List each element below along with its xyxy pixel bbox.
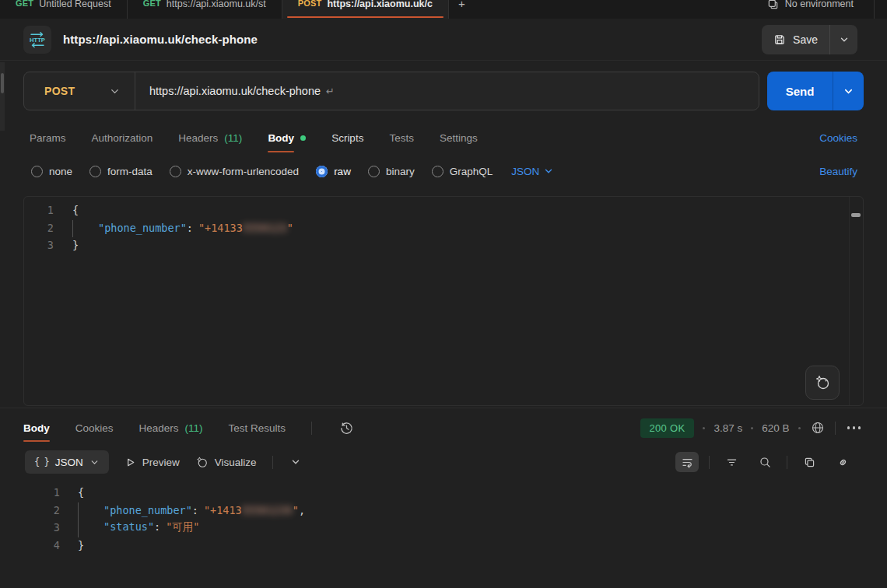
headers-count: (11) <box>224 132 242 144</box>
request-tabs: Params Authorization Headers(11) Body Sc… <box>30 123 857 152</box>
save-button[interactable]: Save <box>762 25 829 54</box>
body-type-form-data[interactable]: form-data <box>89 166 153 177</box>
request-tab-2[interactable]: GET https://api.xiaomu.uk/st <box>128 0 282 19</box>
send-button-group: Send <box>767 72 864 110</box>
body-type-row: none form-data x-www-form-urlencoded raw… <box>31 159 857 184</box>
link-icon <box>836 456 850 469</box>
body-type-urlencoded[interactable]: x-www-form-urlencoded <box>170 166 299 177</box>
environment-selector[interactable]: No environment <box>767 0 887 19</box>
tab-authorization[interactable]: Authorization <box>92 123 153 152</box>
beautify-link[interactable]: Beautify <box>819 166 857 177</box>
response-format-selector[interactable]: { } JSON <box>25 450 109 474</box>
tab-tests[interactable]: Tests <box>389 123 414 152</box>
line-number: 4 <box>23 539 60 551</box>
response-body-viewer[interactable]: 1 { 2 "phone_number":"+141355501239", 3 … <box>23 481 864 588</box>
response-history-button[interactable] <box>338 419 356 437</box>
modified-dot <box>300 135 306 141</box>
cookies-link[interactable]: Cookies <box>819 123 857 152</box>
network-info-button[interactable] <box>809 419 826 436</box>
line-number: 1 <box>23 486 60 499</box>
tab-params[interactable]: Params <box>30 123 66 152</box>
code-line: 3 } <box>24 236 863 254</box>
filter-button[interactable] <box>720 452 743 472</box>
line-number: 1 <box>24 204 54 216</box>
request-body-editor[interactable]: 1 { 2 "phone_number":"+141335550123" 3 } <box>23 196 864 406</box>
response-meta-row: Body Cookies Headers(11) Test Results 20… <box>23 414 864 442</box>
tab-scripts[interactable]: Scripts <box>331 123 363 152</box>
indent-guide <box>72 220 73 237</box>
response-tab-headers[interactable]: Headers(11) <box>139 414 203 442</box>
clock-history-icon <box>339 421 354 436</box>
send-button[interactable]: Send <box>767 72 833 110</box>
method-badge: GET <box>16 0 33 9</box>
http-request-icon: HTTP <box>23 26 51 54</box>
workspace-tab-bar: GET Untitled Request GET https://api.xia… <box>0 0 887 19</box>
radio-selected-icon <box>316 166 328 177</box>
status-badge[interactable]: 200 OK <box>640 418 695 438</box>
response-tab-body[interactable]: Body <box>23 414 50 442</box>
postbot-button[interactable] <box>805 366 840 400</box>
share-link-button[interactable] <box>831 452 854 472</box>
panel-divider[interactable] <box>0 408 887 408</box>
body-type-none[interactable]: none <box>31 166 72 177</box>
preview-button[interactable]: Preview <box>124 457 180 468</box>
return-key-hint: ↵ <box>326 86 335 97</box>
response-options-button[interactable] <box>844 426 864 429</box>
dot-separator <box>703 427 705 429</box>
radio-icon <box>31 166 43 177</box>
raw-format-selector[interactable]: JSON <box>511 166 554 177</box>
redacted-phone-number: 55501239 <box>242 504 293 516</box>
request-tab-untitled[interactable]: GET Untitled Request <box>0 0 127 19</box>
tab-body[interactable]: Body <box>268 123 306 152</box>
request-header: HTTP https://api.xiaomu.uk/check-phone S… <box>0 19 887 61</box>
radio-icon <box>89 166 101 177</box>
redacted-phone-number: 5550123 <box>243 222 287 234</box>
send-options-button[interactable] <box>833 72 864 110</box>
method-badge: GET <box>143 0 161 9</box>
new-tab-button[interactable]: + <box>449 0 475 19</box>
response-toolbar: { } JSON Preview Visualize <box>25 450 854 474</box>
wrap-text-icon <box>681 456 694 469</box>
collapsed-sidebar-edge[interactable] <box>0 62 5 131</box>
tab-settings[interactable]: Settings <box>440 123 478 152</box>
chevron-down-icon <box>290 457 301 467</box>
chevron-down-icon <box>843 86 854 97</box>
search-response-button[interactable] <box>753 452 777 472</box>
search-icon <box>759 456 772 469</box>
radio-icon <box>368 166 380 177</box>
body-type-graphql[interactable]: GraphQL <box>432 166 493 177</box>
svg-text:HTTP: HTTP <box>30 37 45 44</box>
divider <box>272 456 273 469</box>
body-type-raw[interactable]: raw <box>316 166 351 177</box>
request-tab-active[interactable]: POST https://api.xiaomu.uk/c <box>282 0 448 19</box>
visualize-button[interactable]: Visualize <box>195 456 257 469</box>
wrap-text-button[interactable] <box>675 452 699 472</box>
braces-icon: { } <box>34 457 49 467</box>
response-tab-test-results[interactable]: Test Results <box>229 414 286 442</box>
save-options-button[interactable] <box>830 25 857 54</box>
chevron-down-icon <box>109 86 121 97</box>
response-tab-cookies[interactable]: Cookies <box>75 414 114 442</box>
body-type-binary[interactable]: binary <box>368 166 415 177</box>
url-row: POST https://api.xiaomu.uk/check-phone ↵… <box>23 72 864 110</box>
globe-icon <box>811 421 825 435</box>
line-number: 2 <box>23 504 60 516</box>
response-size[interactable]: 620 B <box>762 422 789 434</box>
dot-separator <box>798 427 801 429</box>
chevron-down-icon <box>89 457 100 467</box>
filter-lines-icon <box>725 456 738 469</box>
tab-title: Untitled Request <box>39 0 110 9</box>
page-title: https://api.xiaomu.uk/check-phone <box>63 33 258 46</box>
more-views-button[interactable] <box>289 455 303 469</box>
method-selector[interactable]: POST <box>24 72 135 110</box>
sparkle-wand-icon <box>814 374 831 391</box>
tab-title: https://api.xiaomu.uk/c <box>327 0 432 9</box>
response-time[interactable]: 3.87 s <box>713 422 742 434</box>
dot-separator <box>751 427 753 429</box>
sidebar-handle[interactable] <box>1 73 4 93</box>
scrollbar-thumb[interactable] <box>851 213 861 217</box>
url-input[interactable]: https://api.xiaomu.uk/check-phone ↵ <box>135 72 335 110</box>
tab-headers[interactable]: Headers(11) <box>178 123 242 152</box>
copy-response-button[interactable] <box>798 452 821 472</box>
play-icon <box>124 457 136 468</box>
